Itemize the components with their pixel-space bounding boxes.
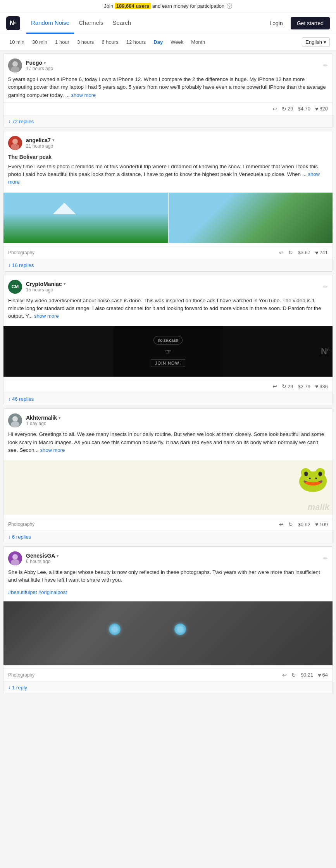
post-meta: Akhtermalik ▾ 1 day ago <box>26 415 328 426</box>
replies-arrow-icon: ↓ <box>8 396 10 402</box>
svg-point-2 <box>11 66 19 72</box>
avatar <box>8 59 22 72</box>
replies-arrow-icon: ↓ <box>8 262 10 268</box>
filter-12hours[interactable]: 12 hours <box>123 38 149 46</box>
show-more-link[interactable]: show more <box>40 447 65 453</box>
reply-icon: ↩ <box>272 383 277 389</box>
info-icon[interactable]: ? <box>227 3 232 9</box>
show-more-link[interactable]: show more <box>71 92 96 98</box>
svg-point-4 <box>12 139 18 144</box>
mountain-image-left <box>3 193 168 243</box>
post-meta: GenesisGA ▾ 6 hours ago <box>26 553 319 564</box>
filter-week[interactable]: Week <box>167 38 186 46</box>
noise-logo-corner: Nn <box>321 346 329 356</box>
replies-bar[interactable]: ↓ 6 replies <box>3 530 333 543</box>
tip-button[interactable]: $4.70 <box>298 106 310 112</box>
get-started-button[interactable]: Get started <box>291 17 330 29</box>
reply-icon: ↩ <box>279 250 284 256</box>
avatar <box>8 136 22 150</box>
edit-icon[interactable]: ✏ <box>323 62 328 69</box>
show-more-link[interactable]: show more <box>34 313 59 319</box>
join-now-button: JOIN NOW! <box>151 359 185 367</box>
replies-count: 1 reply <box>12 685 27 691</box>
reply-icon: ↩ <box>282 672 287 678</box>
mountain-image <box>3 193 333 243</box>
author-dropdown-icon[interactable]: ▾ <box>57 554 59 558</box>
post-category: Photography <box>8 250 279 255</box>
retweet-button[interactable]: ↻29 <box>282 106 293 112</box>
reply-button[interactable]: ↩ <box>272 383 277 389</box>
filter-30min[interactable]: 30 min <box>29 38 50 46</box>
edit-icon[interactable]: ✏ <box>323 284 328 290</box>
reply-button[interactable]: ↩ <box>272 106 277 112</box>
filter-10min[interactable]: 10 min <box>6 38 28 46</box>
post-body: 5 years ago I owned a iPhone 6, today I … <box>3 76 333 102</box>
tip-button[interactable]: $0.21 <box>301 672 314 678</box>
banner-users-count: 189,684 users <box>115 3 151 9</box>
svg-point-5 <box>11 144 19 150</box>
like-button[interactable]: ♥241 <box>315 250 328 256</box>
edit-icon[interactable]: ✏ <box>323 555 328 561</box>
filter-month[interactable]: Month <box>188 38 208 46</box>
hashtag-text[interactable]: #beautifulpet #originalpost <box>8 589 67 595</box>
replies-bar[interactable]: ↓ 1 reply <box>3 681 333 694</box>
filter-3hours[interactable]: 3 hours <box>74 38 97 46</box>
retweet-button[interactable]: ↻ <box>291 672 296 678</box>
retweet-icon: ↻ <box>291 672 296 678</box>
author-dropdown-icon[interactable]: ▾ <box>44 61 46 65</box>
language-selector[interactable]: English ▾ <box>302 37 330 47</box>
post-image: noise.cash ☞ JOIN NOW! Nn <box>3 326 333 377</box>
replies-bar[interactable]: ↓ 46 replies <box>3 393 333 405</box>
post-title: The Bolivar peak <box>8 153 328 161</box>
nav-channels[interactable]: Channels <box>74 12 108 34</box>
like-count: 241 <box>319 250 328 255</box>
author-dropdown-icon[interactable]: ▾ <box>64 282 65 286</box>
post-footer: Photography ↩ ↻ $0.92 ♥109 <box>3 518 333 530</box>
replies-bar[interactable]: ↓ 16 replies <box>3 259 333 271</box>
reply-button[interactable]: ↩ <box>279 521 284 527</box>
like-button[interactable]: ♥636 <box>315 383 328 389</box>
tip-button[interactable]: $2.79 <box>298 384 310 389</box>
nav-random-noise[interactable]: Random Noise <box>26 12 74 34</box>
avatar: CM <box>8 280 22 294</box>
retweet-button[interactable]: ↻ <box>288 521 293 527</box>
reply-button[interactable]: ↩ <box>282 672 287 678</box>
login-button[interactable]: Login <box>266 18 286 29</box>
replies-bar[interactable]: ↓ 72 replies <box>3 115 333 127</box>
author-dropdown-icon[interactable]: ▾ <box>52 138 54 142</box>
author-dropdown-icon[interactable]: ▾ <box>59 416 60 420</box>
retweet-icon: ↻ <box>288 521 293 527</box>
nav-search[interactable]: Search <box>108 12 136 34</box>
post-author[interactable]: GenesisGA ▾ <box>26 553 319 559</box>
post-footer: Photography ↩ ↻ $3.67 ♥241 <box>3 246 333 259</box>
post-hashtags: #beautifulpet #originalpost <box>3 587 333 598</box>
heart-icon: ♥ <box>318 672 321 678</box>
like-count: 64 <box>322 672 328 678</box>
filter-1hour[interactable]: 1 hour <box>52 38 72 46</box>
reply-button[interactable]: ↩ <box>279 250 284 256</box>
post-author[interactable]: CryptoManiac ▾ <box>26 281 319 287</box>
language-label: English <box>305 39 322 45</box>
post-time: 15 hours ago <box>26 287 319 293</box>
ad-panel-center: noise.cash ☞ JOIN NOW! <box>113 326 223 377</box>
post-author[interactable]: angelica7 ▾ <box>26 137 328 143</box>
retweet-button[interactable]: ↻29 <box>282 383 293 389</box>
post-author[interactable]: Fuego ▾ <box>26 60 319 66</box>
heart-icon: ♥ <box>315 383 318 389</box>
filter-day[interactable]: Day <box>150 38 166 46</box>
post-meta: CryptoManiac ▾ 15 hours ago <box>26 281 319 293</box>
filter-6hours[interactable]: 6 hours <box>98 38 121 46</box>
post-author[interactable]: Akhtermalik ▾ <box>26 415 328 421</box>
post-header: Fuego ▾ 17 hours ago ✏ <box>3 54 333 76</box>
tip-button[interactable]: $0.92 <box>298 522 310 527</box>
post-time: 17 hours ago <box>26 66 319 71</box>
site-logo[interactable]: Nⁿ <box>6 16 20 30</box>
like-button[interactable]: ♥820 <box>315 106 328 112</box>
author-name: Akhtermalik <box>26 415 57 421</box>
like-button[interactable]: ♥109 <box>315 521 328 527</box>
retweet-button[interactable]: ↻ <box>288 250 293 256</box>
frog-image: 🐸 malik <box>3 460 333 515</box>
tip-button[interactable]: $3.67 <box>298 250 310 255</box>
like-button[interactable]: ♥64 <box>318 672 328 678</box>
post-card: angelica7 ▾ 21 hours ago The Bolivar pea… <box>3 131 333 272</box>
